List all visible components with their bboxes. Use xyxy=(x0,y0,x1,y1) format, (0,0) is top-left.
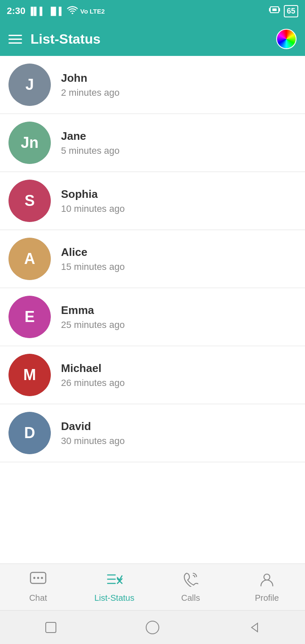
svg-rect-3 xyxy=(269,8,270,11)
avatar-image: D xyxy=(8,412,51,454)
contact-name: John xyxy=(61,72,119,85)
status-time: 2:30 xyxy=(7,6,25,17)
avatar: Jn xyxy=(8,122,51,164)
avatar-image: A xyxy=(8,238,51,280)
status-left: 2:30 ▐▌▌ ▐▌▌ Vo LTE2 xyxy=(7,6,105,17)
svg-point-16 xyxy=(146,621,159,634)
contact-item[interactable]: J John 2 minutes ago xyxy=(0,56,305,114)
signal-icon2: ▐▌▌ xyxy=(48,7,64,16)
contact-info: Alice 15 minutes ago xyxy=(61,246,125,272)
wifi-icon xyxy=(67,6,78,17)
svg-point-8 xyxy=(41,577,43,579)
contact-list: J John 2 minutes ago Jn Jane 5 minutes a… xyxy=(0,56,305,564)
contact-time: 5 minutes ago xyxy=(61,145,119,156)
battery-indicator: 65 xyxy=(284,5,298,17)
contact-info: Emma 25 minutes ago xyxy=(61,304,125,330)
recent-apps-button[interactable] xyxy=(42,618,60,637)
avatar-image: Jn xyxy=(8,122,51,164)
hamburger-line-3 xyxy=(8,42,22,44)
calls-icon xyxy=(183,572,198,591)
contact-item[interactable]: Jn Jane 5 minutes ago xyxy=(0,114,305,172)
avatar-image: S xyxy=(8,180,51,222)
page-title: List-Status xyxy=(30,31,100,47)
nav-item-chat[interactable]: Chat xyxy=(0,564,76,610)
color-wheel-icon[interactable] xyxy=(276,29,297,49)
contact-name: Jane xyxy=(61,130,119,143)
contact-name: Emma xyxy=(61,304,125,317)
avatar-image: M xyxy=(8,354,51,396)
svg-point-14 xyxy=(264,574,270,580)
android-nav-bar xyxy=(0,610,305,644)
nav-label-calls: Calls xyxy=(181,593,200,603)
nav-item-list-status[interactable]: List-Status xyxy=(76,564,152,610)
status-bar: 2:30 ▐▌▌ ▐▌▌ Vo LTE2 65 xyxy=(0,0,305,22)
volte-icon: Vo LTE2 xyxy=(80,8,105,15)
vibrate-icon xyxy=(269,5,280,17)
contact-time: 10 minutes ago xyxy=(61,203,125,214)
contact-info: David 30 minutes ago xyxy=(61,420,125,447)
contact-info: Jane 5 minutes ago xyxy=(61,130,119,156)
avatar: S xyxy=(8,180,51,222)
battery-level: 65 xyxy=(287,7,295,15)
list-status-icon xyxy=(106,572,123,591)
hamburger-line-2 xyxy=(8,39,22,40)
contact-name: Alice xyxy=(61,246,125,259)
back-button[interactable] xyxy=(245,618,263,637)
contact-name: Michael xyxy=(61,362,125,375)
hamburger-line-1 xyxy=(8,35,22,36)
contact-name: Sophia xyxy=(61,188,125,201)
home-button[interactable] xyxy=(143,618,162,637)
contact-time: 15 minutes ago xyxy=(61,261,125,272)
contact-time: 30 minutes ago xyxy=(61,436,125,447)
contact-item[interactable]: M Michael 26 minutes ago xyxy=(0,346,305,404)
nav-item-calls[interactable]: Calls xyxy=(152,564,229,610)
nav-item-profile[interactable]: Profile xyxy=(229,564,305,610)
avatar: A xyxy=(8,238,51,280)
contact-time: 26 minutes ago xyxy=(61,378,125,389)
hamburger-menu[interactable] xyxy=(8,35,22,44)
contact-item[interactable]: S Sophia 10 minutes ago xyxy=(0,172,305,230)
avatar: M xyxy=(8,354,51,396)
svg-point-0 xyxy=(72,13,73,14)
svg-point-7 xyxy=(37,577,39,579)
nav-label-list-status: List-Status xyxy=(94,593,134,603)
contact-time: 25 minutes ago xyxy=(61,319,125,330)
bottom-nav: Chat List-Status Calls Profile xyxy=(0,564,305,610)
contact-item[interactable]: A Alice 15 minutes ago xyxy=(0,230,305,288)
contact-time: 2 minutes ago xyxy=(61,87,119,98)
svg-rect-15 xyxy=(46,622,56,633)
svg-marker-17 xyxy=(252,623,258,632)
contact-name: David xyxy=(61,420,125,433)
nav-label-chat: Chat xyxy=(29,593,47,603)
contact-info: Michael 26 minutes ago xyxy=(61,362,125,389)
contact-item[interactable]: D David 30 minutes ago xyxy=(0,404,305,462)
signal-icon: ▐▌▌ xyxy=(28,7,45,16)
svg-rect-2 xyxy=(272,8,277,11)
svg-point-6 xyxy=(33,577,36,579)
profile-icon xyxy=(259,572,274,591)
nav-label-profile: Profile xyxy=(255,593,279,603)
chat-icon xyxy=(30,572,47,591)
svg-rect-4 xyxy=(279,8,280,11)
app-header: List-Status xyxy=(0,22,305,56)
contact-info: Sophia 10 minutes ago xyxy=(61,188,125,214)
contact-info: John 2 minutes ago xyxy=(61,72,119,98)
avatar-image: E xyxy=(8,296,51,338)
contact-item[interactable]: E Emma 25 minutes ago xyxy=(0,288,305,346)
status-right: 65 xyxy=(269,5,298,17)
header-left: List-Status xyxy=(8,31,100,47)
avatar-image: J xyxy=(8,64,51,106)
avatar: J xyxy=(8,64,51,106)
avatar: E xyxy=(8,296,51,338)
avatar: D xyxy=(8,412,51,454)
